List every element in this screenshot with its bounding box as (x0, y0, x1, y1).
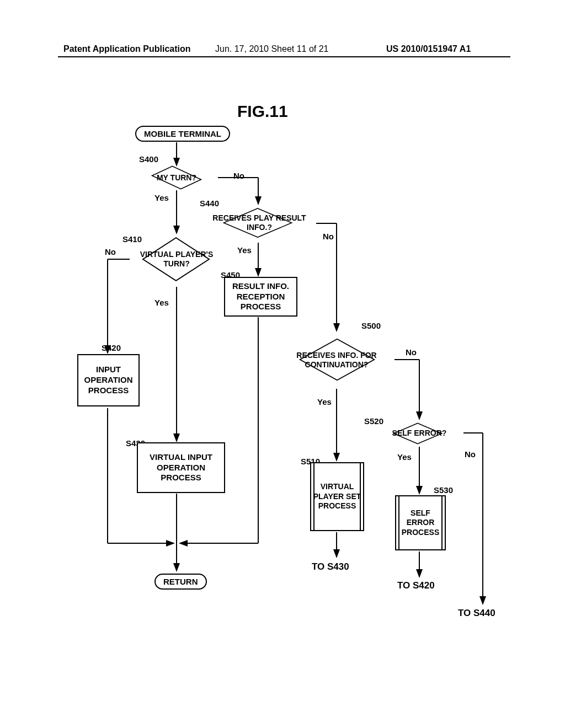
edge-s400-no: No (233, 171, 244, 180)
offpage-to-s420: TO S420 (397, 580, 435, 591)
edge-s400-yes: Yes (154, 193, 169, 202)
page: Patent Application Publication Jun. 17, … (0, 0, 565, 728)
label-s400: S400 (139, 154, 158, 164)
process-s430: VIRTUAL INPUT OPERATION PROCESS (137, 442, 225, 493)
edge-s500-no: No (406, 347, 417, 357)
edge-s410-yes: Yes (154, 298, 169, 307)
figure-title: FIG.11 (237, 102, 288, 121)
process-s450: RESULT INFO. RECEPTION PROCESS (224, 277, 297, 317)
label-s420: S420 (102, 343, 121, 352)
decision-s400: MY TURN? (135, 165, 218, 190)
subprocess-s510: VIRTUAL PLAYER SET PROCESS (310, 462, 364, 531)
header-mid: Jun. 17, 2010 Sheet 11 of 21 (215, 44, 329, 54)
edge-s440-no: No (323, 232, 334, 241)
label-s500: S500 (361, 321, 381, 330)
header-left: Patent Application Publication (63, 44, 191, 54)
edge-s520-yes: Yes (397, 452, 412, 462)
terminator-return: RETURN (154, 574, 207, 590)
process-s420: INPUT OPERATION PROCESS (77, 354, 140, 406)
edge-s520-no: No (465, 449, 476, 459)
offpage-to-s440: TO S440 (458, 608, 495, 619)
offpage-to-s430: TO S430 (312, 561, 349, 572)
decision-s520: SELF ERROR? (375, 419, 463, 447)
header-right: US 2010/0151947 A1 (386, 44, 471, 54)
label-s530: S530 (434, 485, 453, 495)
edge-s410-no: No (105, 247, 116, 256)
decision-s440: RECEIVES PLAY RESULT INFO.? (201, 203, 317, 243)
subprocess-s530: SELF ERROR PROCESS (395, 495, 446, 550)
edge-s500-yes: Yes (317, 397, 332, 406)
edge-s440-yes: Yes (237, 245, 252, 255)
terminator-start: MOBILE TERMINAL (135, 126, 230, 142)
decision-s500: RECEIVES INFO. FOR CONTINUATION? (279, 331, 395, 389)
header-rule (58, 56, 510, 57)
